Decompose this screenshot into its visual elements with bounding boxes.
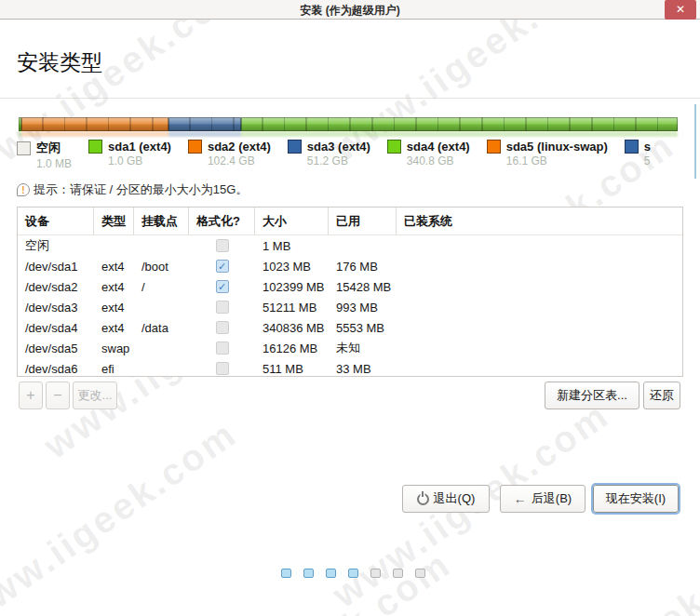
legend-size: 1.0 MB xyxy=(36,157,72,170)
close-button[interactable]: ✕ xyxy=(665,0,696,20)
legend-label: 空闲 xyxy=(36,140,61,156)
install-now-button[interactable]: 现在安装(I) xyxy=(593,485,679,513)
cell-used: 176 MB xyxy=(329,260,397,274)
legend-label: sda4 (ext4) xyxy=(407,140,470,154)
cell-used: 15428 MB xyxy=(329,280,397,294)
col-header-size[interactable]: 大小 xyxy=(255,208,329,234)
format-checkbox[interactable]: ✓ xyxy=(216,301,229,314)
cell-mount: /boot xyxy=(134,260,189,274)
col-header-format[interactable]: 格式化? xyxy=(189,208,255,234)
partition-bar-reflection xyxy=(19,131,678,137)
sda2-color-swatch xyxy=(188,140,202,154)
partition-actions-row: + − 更改... 新建分区表... 还原 xyxy=(0,382,700,411)
col-header-type[interactable]: 类型 xyxy=(94,208,134,234)
titlebar: 安装 (作为超级用户) ✕ xyxy=(0,0,700,20)
change-partition-button[interactable]: 更改... xyxy=(73,382,117,409)
page-title: 安装类型 xyxy=(17,48,102,77)
legend-item-sda3: sda3 (ext4) 51.2 GB xyxy=(288,140,370,173)
table-row[interactable]: /dev/sda3 ext4 ✓ 51211 MB 993 MB xyxy=(18,297,682,317)
watermark: www.iigeek.com xyxy=(167,542,459,616)
step-dot xyxy=(303,569,314,578)
cell-device: /dev/sda5 xyxy=(18,341,94,355)
format-checkbox[interactable]: ✓ xyxy=(216,239,229,252)
partition-legend: 空闲 1.0 MB sda1 (ext4) 1.0 GB sda2 (ext4)… xyxy=(17,140,700,173)
legend-label: sda3 (ext4) xyxy=(307,140,370,154)
format-checkbox[interactable]: ✓ xyxy=(216,260,229,273)
legend-item-sda2: sda2 (ext4) 102.4 GB xyxy=(188,140,271,173)
table-row[interactable]: /dev/sda4 ext4 /data ✓ 340836 MB 5553 MB xyxy=(18,317,682,338)
cell-size: 1 MB xyxy=(255,239,329,253)
legend-size: 102.4 GB xyxy=(208,154,271,167)
legend-label: sda2 (ext4) xyxy=(208,140,271,154)
cell-size: 340836 MB xyxy=(255,321,329,335)
cell-used: 5553 MB xyxy=(329,321,397,335)
col-header-mount[interactable]: 挂载点 xyxy=(134,208,189,234)
heading-divider xyxy=(0,98,700,99)
sda6-color-swatch xyxy=(625,140,639,154)
remove-partition-button[interactable]: − xyxy=(46,382,70,409)
table-row[interactable]: /dev/sda2 ext4 / ✓ 102399 MB 15428 MB xyxy=(18,276,682,297)
partition-segment-sda2 xyxy=(21,117,168,131)
legend-label: sda1 (ext4) xyxy=(108,140,171,154)
sda5-color-swatch xyxy=(487,140,501,154)
exclamation-bubble-icon: ! xyxy=(17,183,30,196)
quit-button[interactable]: 退出(Q) xyxy=(402,485,490,513)
nav-buttons-row: 退出(Q) ← 后退(B) 现在安装(I) xyxy=(0,485,700,515)
legend-item-free: 空闲 1.0 MB xyxy=(17,140,72,173)
col-header-used[interactable]: 已用 xyxy=(329,208,397,234)
format-checkbox[interactable]: ✓ xyxy=(216,280,229,293)
format-checkbox[interactable]: ✓ xyxy=(216,321,229,334)
cell-type: ext4 xyxy=(94,280,134,294)
close-icon: ✕ xyxy=(676,3,685,16)
format-checkbox[interactable]: ✓ xyxy=(216,362,229,375)
watermark: www.iigeek.com xyxy=(502,524,700,616)
add-partition-button[interactable]: + xyxy=(19,382,43,409)
cell-used: 未知 xyxy=(329,340,397,356)
legend-size: 51.2 GB xyxy=(307,154,370,167)
table-row[interactable]: 空闲 ✓ 1 MB xyxy=(18,235,682,256)
legend-item-sda4: sda4 (ext4) 340.8 GB xyxy=(387,140,470,173)
table-row[interactable]: /dev/sda1 ext4 /boot ✓ 1023 MB 176 MB xyxy=(18,256,682,276)
cell-type: ext4 xyxy=(94,321,134,335)
new-partition-table-button[interactable]: 新建分区表... xyxy=(545,382,639,409)
cell-size: 16126 MB xyxy=(255,341,329,355)
back-button[interactable]: ← 后退(B) xyxy=(500,485,586,513)
partition-segment-sda3 xyxy=(168,117,241,131)
revert-button[interactable]: 还原 xyxy=(643,382,680,409)
partition-table: 设备 类型 挂载点 格式化? 大小 已用 已装系统 空闲 ✓ 1 MB /dev… xyxy=(17,207,683,377)
cell-used: 993 MB xyxy=(329,301,397,315)
hint-text: 提示：请保证 / 分区的最小大小为15G。 xyxy=(34,181,248,198)
step-dot xyxy=(348,569,358,578)
col-header-device[interactable]: 设备 xyxy=(18,208,94,234)
sda3-color-swatch xyxy=(288,140,302,154)
legend-label: sda5 (linux-swap) xyxy=(506,140,608,154)
legend-item-sda1: sda1 (ext4) 1.0 GB xyxy=(88,140,171,173)
legend-item-sda5: sda5 (linux-swap) 16.1 GB xyxy=(487,140,608,173)
cell-mount: /data xyxy=(134,321,189,335)
hint-row: ! 提示：请保证 / 分区的最小大小为15G。 xyxy=(17,181,248,198)
back-label: 后退(B) xyxy=(532,490,572,507)
cell-type: efi xyxy=(94,362,134,376)
step-indicator xyxy=(281,569,425,578)
cell-size: 51211 MB xyxy=(255,301,329,315)
partition-segment-sda3 xyxy=(168,131,241,137)
cell-device: /dev/sda1 xyxy=(18,260,94,274)
step-dot xyxy=(281,569,291,578)
cell-mount: / xyxy=(134,280,189,294)
cell-size: 1023 MB xyxy=(255,260,329,274)
sda1-color-swatch xyxy=(88,140,102,154)
partition-bar xyxy=(19,117,678,131)
cell-device: /dev/sda2 xyxy=(18,280,94,294)
table-row[interactable]: /dev/sda6 efi ✓ 511 MB 33 MB xyxy=(18,358,682,377)
table-row[interactable]: /dev/sda5 swap ✓ 16126 MB 未知 xyxy=(18,338,682,358)
cell-device: /dev/sda3 xyxy=(18,301,94,315)
step-dot xyxy=(393,569,403,578)
cell-type: ext4 xyxy=(94,301,134,315)
cell-device: /dev/sda4 xyxy=(18,321,94,335)
window-title: 安装 (作为超级用户) xyxy=(0,3,700,19)
cell-used: 33 MB xyxy=(329,362,397,376)
cell-device: /dev/sda6 xyxy=(18,362,94,376)
col-header-system[interactable]: 已装系统 xyxy=(397,208,682,234)
format-checkbox[interactable]: ✓ xyxy=(216,341,229,355)
legend-label: s xyxy=(644,140,651,154)
